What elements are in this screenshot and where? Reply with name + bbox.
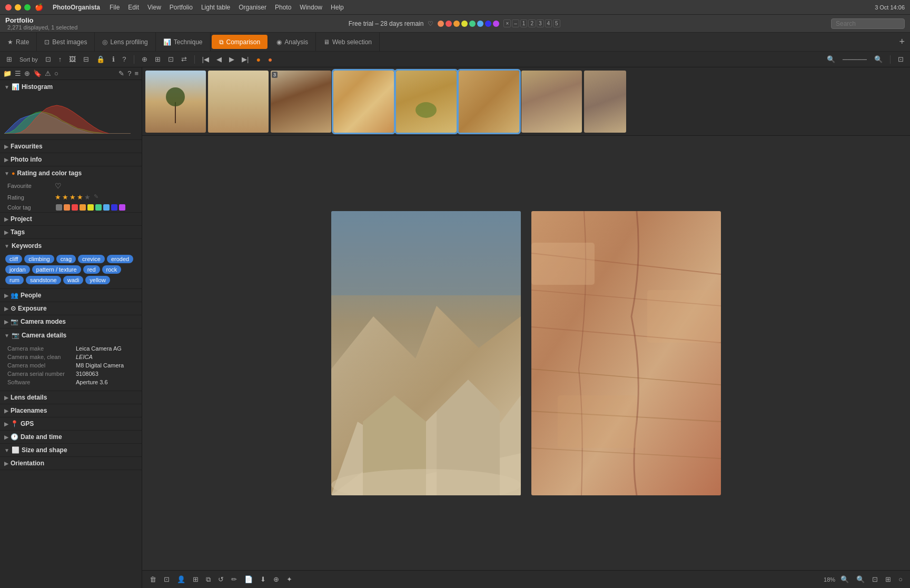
view-thumb-icon[interactable]: ⊟ [81,54,91,64]
star-edit-icon[interactable]: ✎ [94,193,98,201]
keyword-climbing[interactable]: climbing [24,255,54,263]
refresh-icon[interactable]: ↺ [216,574,226,584]
rating-filter-1[interactable]: 1 [520,19,528,27]
favourites-header[interactable]: ▶ Favourites [0,140,142,153]
pen-icon[interactable]: ✏ [229,574,239,584]
sidebar-folder-icon[interactable]: 📁 [3,69,12,77]
tags-header[interactable]: ▶ Tags [0,226,142,238]
search-input[interactable] [831,18,905,29]
sort-icon[interactable]: ⊡ [43,54,53,64]
info-icon[interactable]: ℹ [110,54,117,64]
menu-portfolio[interactable]: Portfolio [170,4,193,11]
grid-view-icon[interactable]: ⊞ [153,54,163,64]
color-dot-7[interactable] [485,21,491,27]
keyword-wadi[interactable]: wadi [63,276,84,284]
share-icon[interactable]: ⊕ [271,574,281,584]
keyword-pattern-texture[interactable]: pattern / texture [32,265,81,274]
nav-prev-icon[interactable]: ◀ [214,54,224,64]
gps-header[interactable]: ▶ 📍 GPS [0,417,142,430]
shuffle-icon[interactable]: ⇄ [179,54,189,64]
keyword-jordan[interactable]: jordan [5,265,30,274]
export-icon[interactable]: ⊡ [162,574,172,584]
thumbnail-2[interactable] [208,71,269,133]
menu-lighttable[interactable]: Light table [201,4,230,11]
zoom-in-icon[interactable]: 🔍 [872,54,885,64]
swatch-lime[interactable] [87,204,94,211]
keyword-yellow[interactable]: yellow [85,276,110,284]
menu-file[interactable]: File [110,4,120,11]
keyword-crevice[interactable]: crevice [78,255,105,263]
sidebar-warn-icon[interactable]: ⚠ [45,69,51,77]
rating-filter-2[interactable]: 2 [528,19,536,27]
camera-details-header[interactable]: ▼ 📷 Camera details [0,328,142,342]
zoom-out-icon[interactable]: 🔍 [825,54,837,64]
rating-filter-dash[interactable]: – [512,19,519,27]
swatch-green[interactable] [95,204,102,211]
sidebar-list-btn[interactable]: ≡ [134,69,139,77]
star-rating[interactable]: ★ ★ ★ ★ ★ ✎ [55,193,98,201]
tab-lens-profiling[interactable]: ◎ Lens profiling [95,33,155,51]
sidebar-add-icon[interactable]: ⊕ [24,69,30,77]
comparison-image-right[interactable] [531,211,721,495]
sidebar-info-btn[interactable]: ? [127,69,131,77]
star-3[interactable]: ★ [70,193,76,201]
tab-comparison[interactable]: ⧉ Comparison [212,35,269,49]
sort-asc-icon[interactable]: ↑ [56,54,64,64]
swatch-blue[interactable] [111,204,117,211]
panel-toggle-icon[interactable]: ⊡ [896,54,906,64]
thumbnail-4[interactable] [333,71,394,133]
maximize-button[interactable] [24,4,31,11]
nav-first-icon[interactable]: |◀ [200,54,211,64]
add-tab-button[interactable]: + [894,33,910,51]
thumbnail-7[interactable] [521,71,582,133]
tab-web-selection[interactable]: 🖥 Web selection [316,33,380,51]
menu-edit[interactable]: Edit [128,4,139,11]
tab-technique[interactable]: 📊 Technique [156,33,211,51]
histogram-header[interactable]: ▼ 📊 Histogram [0,80,142,94]
rating-header[interactable]: ▼ ● Rating and color tags [0,166,142,180]
minimize-button[interactable] [15,4,21,11]
copy-icon[interactable]: ⧉ [204,574,213,585]
color-dot-8[interactable] [493,21,499,27]
upload-icon[interactable]: ⊕ [140,54,150,64]
color-dot-6[interactable] [477,21,483,27]
menu-help[interactable]: Help [331,4,344,11]
person-icon[interactable]: 👤 [175,574,187,584]
swatch-red[interactable] [72,204,78,211]
sidebar-circle-icon[interactable]: ○ [54,69,58,77]
keyword-red[interactable]: red [83,265,100,274]
rating-filter-numbers[interactable]: × – 1 2 3 4 5 [503,19,560,27]
keyword-rock[interactable]: rock [102,265,122,274]
layout-btn[interactable]: ⊞ [883,574,893,584]
rating-filter-3[interactable]: 3 [537,19,544,27]
star-icon[interactable]: ✦ [284,574,294,584]
size-shape-header[interactable]: ▼ ⬜ Size and shape [0,444,142,456]
zoom-fit-btn[interactable]: ⊡ [870,574,880,584]
comparison-image-left[interactable] [331,211,521,495]
color-dot-5[interactable] [469,21,476,27]
delete-icon[interactable]: 🗑 [147,574,159,584]
keyword-eroded[interactable]: eroded [107,255,133,263]
thumbnail-1[interactable] [145,71,206,133]
keyword-sandstone[interactable]: sandstone [26,276,61,284]
rating-filter-4[interactable]: 4 [545,19,552,27]
swatch-orange[interactable] [64,204,70,211]
close-button[interactable] [5,4,12,11]
tab-best-images[interactable]: ⊡ Best images [37,33,95,51]
keyword-crag[interactable]: crag [56,255,76,263]
heart-empty-icon[interactable]: ♡ [55,182,62,190]
swatch-yellow[interactable] [80,204,86,211]
page-icon[interactable]: 📄 [242,574,255,584]
photo-info-header[interactable]: ▶ Photo info [0,153,142,166]
sidebar-bookmark-icon[interactable]: 🔖 [33,69,42,77]
download-icon[interactable]: ⬇ [258,574,268,584]
camera-modes-header[interactable]: ▶ 📷 Camera modes [0,315,142,328]
star-4[interactable]: ★ [77,193,83,201]
mosaic-icon[interactable]: ⊡ [166,54,176,64]
orientation-header[interactable]: ▶ Orientation [0,457,142,470]
swatch-cyan[interactable] [103,204,110,211]
star-2[interactable]: ★ [62,193,68,201]
rating-filter-5[interactable]: 5 [553,19,560,27]
lock-icon[interactable]: 🔒 [94,54,107,64]
menu-bar[interactable]: File Edit View Portfolio Light table Org… [110,4,344,11]
